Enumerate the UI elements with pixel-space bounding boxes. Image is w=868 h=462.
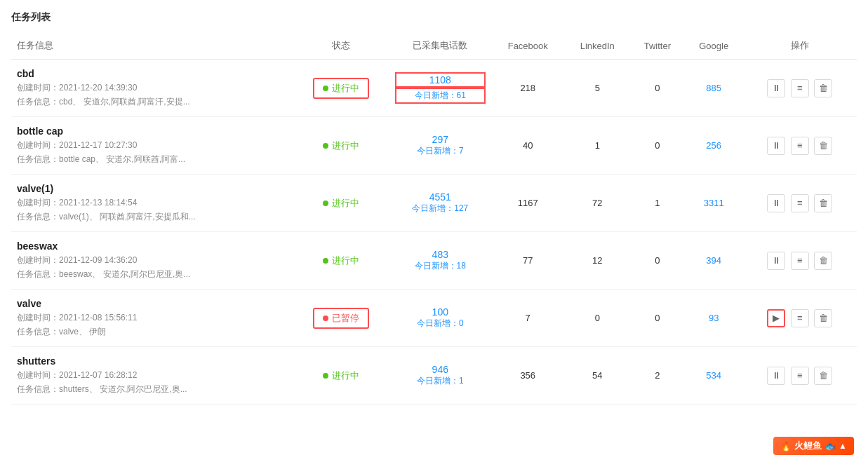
- linkedin-cell-bottle-cap: 1: [565, 117, 630, 175]
- delete-button[interactable]: 🗑: [814, 367, 832, 385]
- google-link[interactable]: 93: [709, 313, 719, 323]
- linkedin-cell-valve: 0: [565, 290, 630, 347]
- google-link[interactable]: 256: [706, 140, 721, 151]
- task-created: 创建时间：2021-12-17 10:27:30: [17, 140, 287, 151]
- delete-button[interactable]: 🗑: [814, 79, 832, 97]
- phone-cell-beeswax: 483 今日新增：18: [389, 232, 491, 290]
- task-created: 创建时间：2021-12-20 14:39:30: [17, 82, 287, 94]
- google-cell-valve[interactable]: 93: [685, 290, 743, 347]
- list-button[interactable]: ≡: [791, 309, 809, 327]
- task-created: 创建时间：2021-12-08 15:56:11: [17, 312, 287, 324]
- phone-cell-valve: 100 今日新增：0: [389, 290, 491, 347]
- phone-total: 297: [395, 134, 486, 145]
- status-badge: 进行中: [313, 78, 369, 99]
- table-row: valve(1) 创建时间：2021-12-13 18:14:54 任务信息：v…: [11, 175, 857, 232]
- task-tags: 任务信息：bottle cap、 安道尔,阿联酋,阿富...: [17, 154, 287, 165]
- google-link[interactable]: 394: [706, 255, 721, 266]
- actions-cell-bottle-cap: ⏸ ≡ 🗑: [743, 117, 857, 175]
- table-row: shutters 创建时间：2021-12-07 16:28:12 任务信息：s…: [11, 347, 857, 405]
- google-link[interactable]: 885: [706, 83, 721, 93]
- pause-button[interactable]: ⏸: [767, 194, 785, 212]
- pause-button[interactable]: ⏸: [767, 137, 785, 155]
- twitter-cell-valve: 0: [630, 290, 685, 347]
- pause-button[interactable]: ⏸: [767, 367, 785, 385]
- actions-cell-valve1: ⏸ ≡ 🗑: [743, 175, 857, 232]
- delete-button[interactable]: 🗑: [814, 252, 832, 270]
- phone-total: 946: [395, 364, 486, 375]
- google-cell-cbd[interactable]: 885: [685, 60, 743, 117]
- delete-button[interactable]: 🗑: [814, 137, 832, 155]
- google-link[interactable]: 534: [706, 370, 721, 381]
- task-info-cell-shutters: shutters 创建时间：2021-12-07 16:28:12 任务信息：s…: [11, 347, 293, 405]
- phone-today: 今日新增：61: [395, 88, 486, 104]
- task-tags: 任务信息：valve、 伊朗: [17, 326, 287, 338]
- status-badge: 进行中: [314, 194, 368, 212]
- delete-button[interactable]: 🗑: [814, 309, 832, 327]
- phone-cell-cbd: 1108 今日新增：61: [389, 60, 491, 117]
- status-dot-green: [323, 86, 328, 91]
- facebook-cell-bottle-cap: 40: [491, 117, 565, 175]
- status-dot-green: [323, 373, 328, 379]
- task-created: 创建时间：2021-12-09 14:36:20: [17, 254, 287, 266]
- status-dot-red: [323, 315, 328, 321]
- status-dot-green: [323, 143, 328, 149]
- task-info-cell-beeswax: beeswax 创建时间：2021-12-09 14:36:20 任务信息：be…: [11, 232, 293, 290]
- google-cell-shutters[interactable]: 534: [685, 347, 743, 405]
- twitter-cell-bottle-cap: 0: [630, 117, 685, 175]
- list-button[interactable]: ≡: [791, 137, 809, 155]
- pause-button[interactable]: ⏸: [767, 79, 785, 97]
- delete-button[interactable]: 🗑: [814, 194, 832, 212]
- phone-cell-bottle-cap: 297 今日新增：7: [389, 117, 491, 175]
- table-header: 任务信息 状态 已采集电话数 Facebook LinkedIn Twitter…: [11, 32, 857, 60]
- task-info-cell-valve1: valve(1) 创建时间：2021-12-13 18:14:54 任务信息：v…: [11, 175, 293, 232]
- task-created: 创建时间：2021-12-07 16:28:12: [17, 369, 287, 381]
- task-name: valve(1): [17, 183, 287, 194]
- task-name: shutters: [17, 355, 287, 367]
- page-container: 任务列表 任务信息 状态 已采集电话数 Facebook LinkedIn Tw…: [0, 0, 868, 416]
- list-button[interactable]: ≡: [791, 252, 809, 270]
- facebook-cell-shutters: 356: [491, 347, 565, 405]
- table-row: bottle cap 创建时间：2021-12-17 10:27:30 任务信息…: [11, 117, 857, 175]
- task-info-cell-cbd: cbd 创建时间：2021-12-20 14:39:30 任务信息：cbd、 安…: [11, 60, 293, 117]
- actions-cell-shutters: ⏸ ≡ 🗑: [743, 347, 857, 405]
- list-button[interactable]: ≡: [791, 194, 809, 212]
- google-link[interactable]: 3311: [704, 198, 724, 208]
- col-status: 状态: [293, 32, 389, 60]
- twitter-cell-cbd: 0: [630, 60, 685, 117]
- status-cell-valve1: 进行中: [293, 175, 389, 232]
- actions-cell-valve: ▶ ≡ 🗑: [743, 290, 857, 347]
- list-button[interactable]: ≡: [791, 79, 809, 97]
- status-badge: 已暂停: [313, 308, 369, 329]
- status-dot-green: [323, 201, 328, 206]
- section-title: 任务列表: [11, 11, 857, 24]
- phone-total: 483: [395, 249, 486, 260]
- status-badge: 进行中: [314, 252, 368, 270]
- task-created: 创建时间：2021-12-13 18:14:54: [17, 197, 287, 209]
- table-row: cbd 创建时间：2021-12-20 14:39:30 任务信息：cbd、 安…: [11, 60, 857, 117]
- play-button[interactable]: ▶: [767, 309, 785, 327]
- linkedin-cell-valve1: 72: [565, 175, 630, 232]
- pause-button[interactable]: ⏸: [767, 252, 785, 270]
- google-cell-beeswax[interactable]: 394: [685, 232, 743, 290]
- status-cell-beeswax: 进行中: [293, 232, 389, 290]
- task-name: beeswax: [17, 240, 287, 252]
- status-cell-valve: 已暂停: [293, 290, 389, 347]
- status-badge: 进行中: [314, 367, 368, 385]
- facebook-cell-valve: 7: [491, 290, 565, 347]
- phone-cell-shutters: 946 今日新增：1: [389, 347, 491, 405]
- task-tags: 任务信息：cbd、 安道尔,阿联酋,阿富汗,安提...: [17, 96, 287, 108]
- actions-cell-beeswax: ⏸ ≡ 🗑: [743, 232, 857, 290]
- tasks-table: 任务信息 状态 已采集电话数 Facebook LinkedIn Twitter…: [11, 32, 857, 405]
- col-actions: 操作: [743, 32, 857, 60]
- google-cell-valve1[interactable]: 3311: [685, 175, 743, 232]
- linkedin-cell-beeswax: 12: [565, 232, 630, 290]
- task-tags: 任务信息：beeswax、 安道尔,阿尔巴尼亚,奥...: [17, 269, 287, 280]
- task-name: valve: [17, 298, 287, 309]
- col-linkedin: LinkedIn: [565, 32, 630, 60]
- list-button[interactable]: ≡: [791, 367, 809, 385]
- status-dot-green: [323, 258, 328, 264]
- facebook-cell-beeswax: 77: [491, 232, 565, 290]
- google-cell-bottle-cap[interactable]: 256: [685, 117, 743, 175]
- phone-total: 4551: [395, 191, 486, 203]
- phone-total: 1108: [395, 72, 486, 88]
